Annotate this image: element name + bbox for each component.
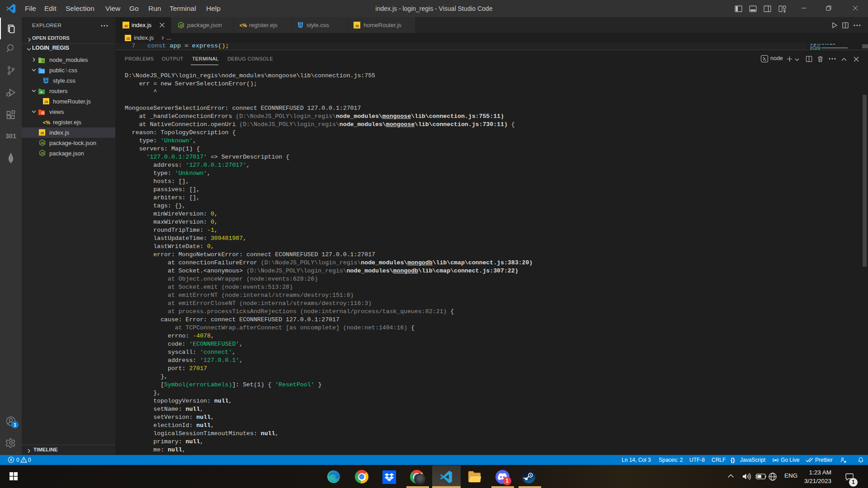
svg-text:<%: <% xyxy=(240,23,247,28)
svg-text:JS: JS xyxy=(124,24,128,28)
svg-text:JS: JS xyxy=(40,141,44,145)
svg-text:JS: JS xyxy=(126,37,130,40)
svg-text:JS: JS xyxy=(355,24,359,28)
svg-text:JS: JS xyxy=(40,152,44,155)
svg-text:JS: JS xyxy=(40,131,44,135)
svg-text:<%: <% xyxy=(43,120,50,125)
svg-text:JS: JS xyxy=(179,24,183,27)
svg-text:JS: JS xyxy=(44,100,48,103)
